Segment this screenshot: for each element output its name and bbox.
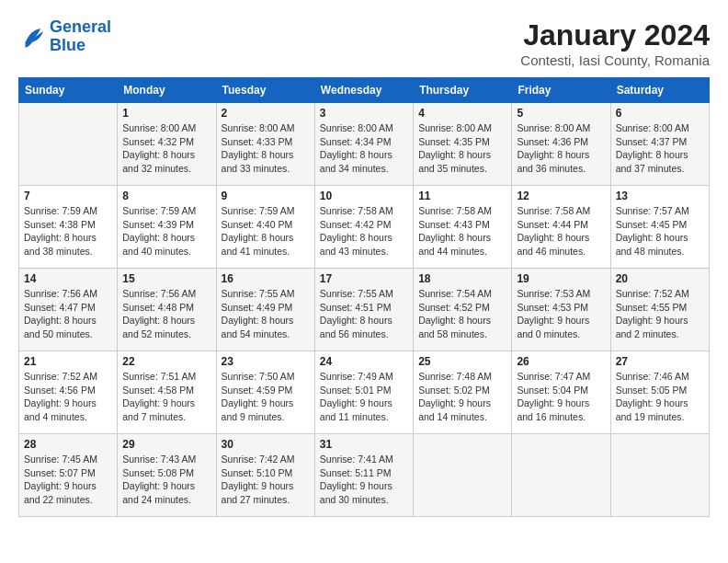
day-number: 9 [222,190,310,202]
day-info: Sunrise: 7:58 AMSunset: 4:44 PMDaylight:… [517,204,605,259]
day-info: Sunrise: 7:55 AMSunset: 4:51 PMDaylight:… [320,287,408,341]
day-info: Sunrise: 7:58 AMSunset: 4:43 PMDaylight:… [418,204,506,259]
weekday-header: Friday [512,78,610,103]
calendar-cell: 12Sunrise: 7:58 AMSunset: 4:44 PMDayligh… [512,186,610,269]
day-info: Sunrise: 7:52 AMSunset: 4:55 PMDaylight:… [616,287,704,341]
day-number: 25 [418,355,506,368]
day-info: Sunrise: 7:41 AMSunset: 5:11 PMDaylight:… [320,453,408,507]
day-number: 21 [24,355,112,368]
calendar-cell: 15Sunrise: 7:56 AMSunset: 4:48 PMDayligh… [118,269,216,351]
location-subtitle: Contesti, Iasi County, Romania [520,52,710,68]
page-header: General Blue January 2024 Contesti, Iasi… [18,18,710,68]
calendar-cell: 7Sunrise: 7:59 AMSunset: 4:38 PMDaylight… [19,186,118,269]
calendar-cell: 16Sunrise: 7:55 AMSunset: 4:49 PMDayligh… [216,269,314,351]
day-number: 23 [222,355,310,368]
calendar-cell: 17Sunrise: 7:55 AMSunset: 4:51 PMDayligh… [314,269,413,351]
calendar-cell: 25Sunrise: 7:48 AMSunset: 5:02 PMDayligh… [414,351,512,434]
calendar-cell: 31Sunrise: 7:41 AMSunset: 5:11 PMDayligh… [314,434,413,517]
calendar-cell: 6Sunrise: 8:00 AMSunset: 4:37 PMDaylight… [610,103,709,186]
day-number: 22 [122,355,210,368]
day-number: 19 [517,272,605,285]
day-info: Sunrise: 7:43 AMSunset: 5:08 PMDaylight:… [122,453,210,507]
day-number: 29 [122,438,210,451]
day-number: 26 [517,355,605,368]
day-info: Sunrise: 8:00 AMSunset: 4:35 PMDaylight:… [418,121,506,176]
month-title: January 2024 [520,18,710,52]
calendar-cell: 28Sunrise: 7:45 AMSunset: 5:07 PMDayligh… [19,434,118,517]
day-info: Sunrise: 7:50 AMSunset: 4:59 PMDaylight:… [222,370,310,424]
day-number: 2 [222,107,310,120]
day-info: Sunrise: 7:48 AMSunset: 5:02 PMDaylight:… [418,370,506,424]
day-number: 27 [616,355,704,368]
day-number: 20 [616,272,704,285]
day-info: Sunrise: 8:00 AMSunset: 4:33 PMDaylight:… [222,121,310,176]
day-info: Sunrise: 7:51 AMSunset: 4:58 PMDaylight:… [122,370,210,424]
calendar-cell: 4Sunrise: 8:00 AMSunset: 4:35 PMDaylight… [414,103,512,186]
day-info: Sunrise: 7:56 AMSunset: 4:48 PMDaylight:… [122,287,210,341]
calendar-cell: 9Sunrise: 7:59 AMSunset: 4:40 PMDaylight… [216,186,314,269]
calendar-cell: 29Sunrise: 7:43 AMSunset: 5:08 PMDayligh… [118,434,216,517]
day-info: Sunrise: 7:45 AMSunset: 5:07 PMDaylight:… [24,453,112,507]
day-info: Sunrise: 7:59 AMSunset: 4:40 PMDaylight:… [222,204,310,259]
day-number: 11 [418,190,506,202]
day-number: 14 [24,272,112,285]
title-block: January 2024 Contesti, Iasi County, Roma… [520,18,710,68]
day-info: Sunrise: 8:00 AMSunset: 4:37 PMDaylight:… [616,121,704,176]
day-info: Sunrise: 8:00 AMSunset: 4:32 PMDaylight:… [122,121,210,176]
calendar-cell: 1Sunrise: 8:00 AMSunset: 4:32 PMDaylight… [118,103,216,186]
logo-icon [18,23,46,51]
calendar-cell: 3Sunrise: 8:00 AMSunset: 4:34 PMDaylight… [314,103,413,186]
calendar-cell: 14Sunrise: 7:56 AMSunset: 4:47 PMDayligh… [19,269,118,351]
day-number: 1 [122,107,210,120]
day-number: 24 [320,355,408,368]
calendar-cell: 24Sunrise: 7:49 AMSunset: 5:01 PMDayligh… [314,351,413,434]
weekday-header: Monday [118,78,216,103]
day-number: 8 [122,190,210,202]
day-info: Sunrise: 7:54 AMSunset: 4:52 PMDaylight:… [418,287,506,341]
day-info: Sunrise: 7:56 AMSunset: 4:47 PMDaylight:… [24,287,112,341]
day-number: 17 [320,272,408,285]
day-number: 16 [222,272,310,285]
calendar-cell: 23Sunrise: 7:50 AMSunset: 4:59 PMDayligh… [216,351,314,434]
day-info: Sunrise: 7:42 AMSunset: 5:10 PMDaylight:… [222,453,310,507]
weekday-header: Wednesday [314,78,413,103]
calendar-cell: 13Sunrise: 7:57 AMSunset: 4:45 PMDayligh… [610,186,709,269]
day-info: Sunrise: 7:49 AMSunset: 5:01 PMDaylight:… [320,370,408,424]
day-number: 6 [616,107,704,120]
day-info: Sunrise: 8:00 AMSunset: 4:36 PMDaylight:… [517,121,605,176]
calendar-cell: 10Sunrise: 7:58 AMSunset: 4:42 PMDayligh… [314,186,413,269]
day-number: 18 [418,272,506,285]
calendar-cell: 18Sunrise: 7:54 AMSunset: 4:52 PMDayligh… [414,269,512,351]
day-info: Sunrise: 7:58 AMSunset: 4:42 PMDaylight:… [320,204,408,259]
weekday-header: Sunday [19,78,118,103]
calendar-cell: 2Sunrise: 8:00 AMSunset: 4:33 PMDaylight… [216,103,314,186]
day-number: 10 [320,190,408,202]
day-number: 15 [122,272,210,285]
day-number: 13 [616,190,704,202]
weekday-header: Thursday [414,78,512,103]
calendar-cell: 5Sunrise: 8:00 AMSunset: 4:36 PMDaylight… [512,103,610,186]
weekday-header: Tuesday [216,78,314,103]
day-info: Sunrise: 7:46 AMSunset: 5:05 PMDaylight:… [616,370,704,424]
calendar-cell: 26Sunrise: 7:47 AMSunset: 5:04 PMDayligh… [512,351,610,434]
day-number: 30 [222,438,310,451]
calendar-cell: 27Sunrise: 7:46 AMSunset: 5:05 PMDayligh… [610,351,709,434]
calendar-cell [512,434,610,517]
day-number: 5 [517,107,605,120]
day-number: 31 [320,438,408,451]
logo: General Blue [18,18,111,55]
day-number: 3 [320,107,408,120]
calendar-cell: 11Sunrise: 7:58 AMSunset: 4:43 PMDayligh… [414,186,512,269]
day-info: Sunrise: 7:59 AMSunset: 4:38 PMDaylight:… [24,204,112,259]
calendar-table: SundayMondayTuesdayWednesdayThursdayFrid… [18,77,710,517]
weekday-header: Saturday [610,78,709,103]
day-info: Sunrise: 7:57 AMSunset: 4:45 PMDaylight:… [616,204,704,259]
calendar-cell [414,434,512,517]
day-number: 28 [24,438,112,451]
calendar-cell [19,103,118,186]
day-info: Sunrise: 8:00 AMSunset: 4:34 PMDaylight:… [320,121,408,176]
day-info: Sunrise: 7:53 AMSunset: 4:53 PMDaylight:… [517,287,605,341]
calendar-cell: 19Sunrise: 7:53 AMSunset: 4:53 PMDayligh… [512,269,610,351]
calendar-cell [610,434,709,517]
day-number: 12 [517,190,605,202]
